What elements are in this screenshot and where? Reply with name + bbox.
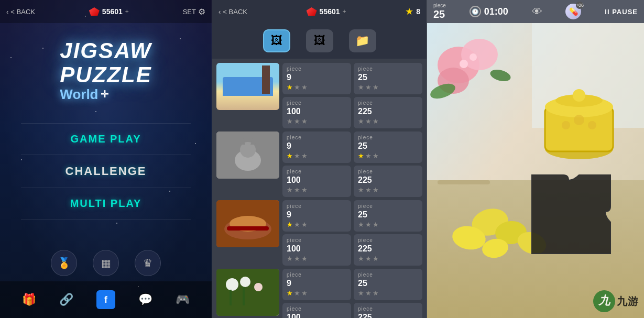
- star-2: ★: [365, 152, 372, 160]
- tab-recent-icon: 🖼: [314, 34, 325, 48]
- piece-count: 100: [287, 244, 347, 254]
- option-cat-100[interactable]: piece 100 ★ ★ ★: [282, 166, 351, 197]
- star-1: ★: [358, 83, 364, 91]
- option-food-100[interactable]: piece 100 ★ ★ ★: [282, 234, 351, 266]
- scene-svg: [427, 23, 644, 318]
- pause-button[interactable]: II PAUSE: [605, 8, 638, 16]
- ranking-button[interactable]: ♛: [135, 250, 161, 276]
- puzzle-options-food: piece 9 ★ ★ ★ piece 25 ★ ★: [282, 200, 422, 266]
- piece-label: piece: [287, 66, 347, 72]
- option-flowers-9[interactable]: piece 9 ★ ★ ★: [282, 269, 351, 300]
- watermark-logo-svg: 九: [593, 290, 616, 313]
- option-flowers-25[interactable]: piece 25 ★ ★ ★: [354, 269, 422, 300]
- piece-count: 100: [287, 176, 347, 185]
- options-row-2: piece 100 ★ ★ ★ piece 225 ★ ★: [282, 166, 422, 197]
- star-1: ★: [358, 117, 364, 125]
- back-button[interactable]: ‹ < BACK: [6, 8, 35, 16]
- star-1: ★: [287, 289, 293, 297]
- puzzle-row-cat: piece 9 ★ ★ ★ piece 25 ★ ★: [216, 131, 422, 197]
- piece-label: piece: [358, 203, 418, 209]
- options-row-1: piece 9 ★ ★ ★ piece 25 ★ ★: [282, 269, 422, 300]
- piece-label: piece: [287, 237, 347, 243]
- option-flowers-100[interactable]: piece 100 ★ ★ ★: [282, 303, 351, 318]
- award-button[interactable]: 🏅: [51, 250, 77, 276]
- option-cat-25[interactable]: piece 25 ★ ★ ★: [354, 131, 422, 163]
- eye-button[interactable]: 👁: [532, 6, 542, 18]
- puzzle-thumb-food[interactable]: [216, 200, 279, 247]
- menu-header: ‹ < BACK 55601 + SET ⚙: [0, 0, 212, 23]
- option-beach-9[interactable]: piece 9 ★ ★ ★: [282, 63, 351, 94]
- svg-rect-40: [438, 180, 490, 184]
- tab-all-icon: 🖼: [271, 34, 282, 48]
- puzzle-select-panel: ‹ < BACK 55601 + ★ 8 🖼 🖼 📁: [212, 0, 427, 318]
- piece-label: piece: [358, 100, 418, 106]
- multi-play-button[interactable]: MULTI PLAY: [21, 188, 190, 220]
- option-cat-9[interactable]: piece 9 ★ ★ ★: [282, 131, 351, 163]
- controller-button[interactable]: 🎮: [176, 293, 190, 306]
- star-2: ★: [294, 221, 300, 228]
- select-gem-count: 55601: [320, 7, 340, 16]
- piece-label: piece: [287, 169, 347, 174]
- cat-svg: [216, 131, 279, 179]
- tab-recent-photos[interactable]: 🖼: [306, 29, 333, 52]
- svg-point-21: [460, 60, 468, 68]
- chat-button[interactable]: 💬: [138, 293, 152, 306]
- option-food-25[interactable]: piece 25 ★ ★ ★: [354, 200, 422, 232]
- tab-all-photos[interactable]: 🖼: [263, 29, 290, 52]
- option-beach-225[interactable]: piece 225 ★ ★ ★: [354, 97, 422, 128]
- option-beach-100[interactable]: piece 100 ★ ★ ★: [282, 97, 351, 128]
- piece-count: 225: [358, 313, 418, 318]
- option-food-9[interactable]: piece 9 ★ ★ ★: [282, 200, 351, 232]
- piece-label: piece: [287, 306, 347, 312]
- hint-count: +06: [576, 2, 583, 9]
- star-1: ★: [287, 152, 293, 160]
- puzzle-thumb-beach[interactable]: [216, 63, 279, 110]
- svg-rect-8: [227, 226, 269, 231]
- star-3: ★: [373, 117, 379, 125]
- logo-area: JIGSAW PUZZLE World ✛: [60, 39, 151, 102]
- puzzle-thumb-cat[interactable]: [216, 131, 279, 179]
- food-thumbnail: [216, 200, 279, 247]
- puzzle-thumb-flowers[interactable]: [216, 269, 279, 316]
- game-play-button[interactable]: GAME PLAY: [21, 123, 190, 155]
- settings-button[interactable]: SET ⚙: [183, 7, 205, 17]
- stars-row: ★ ★ ★: [358, 83, 418, 91]
- tab-folder[interactable]: 📁: [349, 29, 376, 52]
- select-back-button[interactable]: ‹ < BACK: [219, 8, 247, 16]
- piece-count: 25: [358, 141, 418, 151]
- star-3: ★: [373, 83, 379, 91]
- gift-button[interactable]: 🎁: [22, 293, 36, 306]
- piece-label: piece: [358, 306, 418, 312]
- svg-point-12: [254, 283, 263, 291]
- select-gem-plus[interactable]: +: [343, 8, 346, 15]
- piece-label: piece: [358, 66, 418, 72]
- puzzle-row-food: piece 9 ★ ★ ★ piece 25 ★ ★: [216, 200, 422, 266]
- share-button[interactable]: 🔗: [59, 293, 73, 306]
- svg-text:九: 九: [598, 294, 611, 307]
- star-2: ★: [365, 221, 372, 228]
- piece-label: piece: [358, 272, 418, 278]
- star-2: ★: [294, 83, 300, 91]
- puzzle-plus-icon: ✛: [101, 90, 108, 100]
- star-1: ★: [358, 255, 364, 262]
- cat-thumbnail: [216, 131, 279, 179]
- stars-row: ★ ★ ★: [358, 255, 418, 262]
- stars-row: ★ ★ ★: [358, 186, 418, 194]
- crown-icon: ♛: [143, 257, 152, 269]
- facebook-button[interactable]: f: [96, 290, 115, 309]
- piece-count: 100: [287, 107, 347, 116]
- option-flowers-225[interactable]: piece 225 ★ ★ ★: [354, 303, 422, 318]
- star-3: ★: [373, 221, 379, 228]
- stars-row: ★ ★ ★: [358, 152, 418, 160]
- option-food-225[interactable]: piece 225 ★ ★ ★: [354, 234, 422, 266]
- gem-plus[interactable]: +: [125, 8, 129, 15]
- option-cat-225[interactable]: piece 225 ★ ★ ★: [354, 166, 422, 197]
- challenge-button[interactable]: CHALLENGE: [21, 155, 190, 188]
- tab-folder-icon: 📁: [355, 34, 369, 48]
- gem-count: 55601: [102, 7, 123, 16]
- collection-button[interactable]: ▦: [93, 250, 119, 276]
- hint-button[interactable]: 💊 +06: [565, 4, 581, 19]
- select-stars-display: ★ 8: [405, 6, 420, 17]
- option-beach-25[interactable]: piece 25 ★ ★ ★: [354, 63, 422, 94]
- star-2: ★: [294, 152, 300, 160]
